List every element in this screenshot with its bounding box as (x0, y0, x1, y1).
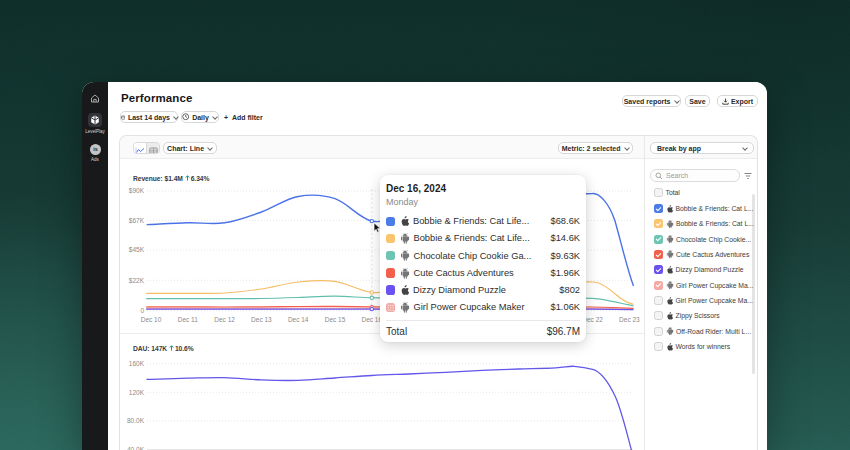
svg-text:$90K: $90K (129, 187, 145, 194)
svg-text:$67K: $67K (129, 217, 145, 224)
svg-text:Dec 23: Dec 23 (619, 316, 640, 323)
svg-text:Dec 15: Dec 15 (325, 316, 346, 323)
svg-text:Dec 11: Dec 11 (178, 316, 198, 323)
svg-text:120K: 120K (129, 389, 145, 396)
svg-text:$22K: $22K (129, 277, 145, 284)
svg-text:80.0K: 80.0K (127, 417, 145, 424)
svg-text:40.0K: 40.0K (127, 446, 145, 450)
svg-text:160K: 160K (129, 360, 145, 367)
svg-text:Dec 12: Dec 12 (214, 316, 235, 323)
svg-text:Dec 10: Dec 10 (141, 316, 162, 323)
svg-text:Dec 14: Dec 14 (288, 316, 309, 323)
svg-text:$45K: $45K (129, 246, 145, 253)
svg-text:0: 0 (140, 307, 144, 314)
svg-text:Dec 13: Dec 13 (251, 316, 272, 323)
